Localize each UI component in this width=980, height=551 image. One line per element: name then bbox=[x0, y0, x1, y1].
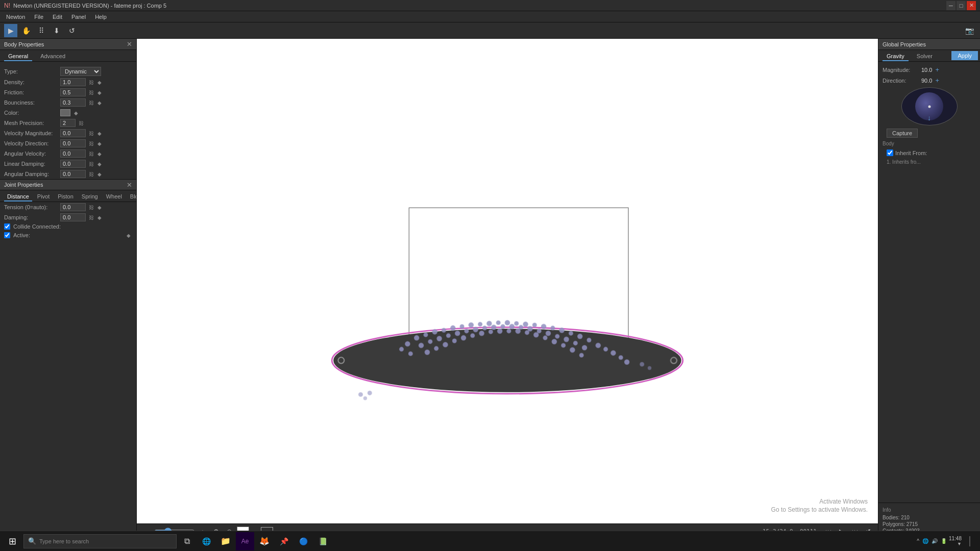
prop-bounciness-input[interactable] bbox=[60, 98, 86, 107]
menu-panel[interactable]: Panel bbox=[67, 13, 90, 21]
svg-point-15 bbox=[523, 321, 528, 327]
refresh-button[interactable]: ↺ bbox=[65, 24, 79, 37]
task-ae[interactable]: Ae bbox=[236, 532, 254, 550]
joint-tab-piston[interactable]: Piston bbox=[55, 192, 77, 202]
viewport-canvas[interactable]: Activate Windows Go to Settings to activ… bbox=[137, 39, 878, 523]
prop-vel-dir-link[interactable]: ⛓ bbox=[88, 140, 95, 147]
joint-tab-spring[interactable]: Spring bbox=[79, 192, 101, 202]
gravity-center-dot bbox=[928, 105, 930, 108]
prop-velocity-mag-input[interactable] bbox=[60, 129, 86, 137]
prop-density-link[interactable]: ⛓ bbox=[88, 79, 95, 86]
prop-lin-damp-link[interactable]: ⛓ bbox=[88, 160, 95, 167]
search-icon: 🔍 bbox=[28, 537, 36, 545]
prop-vel-mag-link[interactable]: ⛓ bbox=[88, 130, 95, 137]
prop-lin-damp-keyframe[interactable]: ◆ bbox=[96, 160, 103, 167]
show-desktop[interactable] bbox=[964, 532, 976, 550]
hand-tool-button[interactable]: ✋ bbox=[19, 24, 33, 37]
svg-point-51 bbox=[507, 329, 511, 333]
screenshot-button[interactable]: 📷 bbox=[963, 24, 976, 37]
solver-tab[interactable]: Solver bbox=[913, 52, 937, 61]
tab-general[interactable]: General bbox=[4, 52, 32, 61]
task-firefox[interactable]: 🦊 bbox=[255, 532, 274, 550]
menu-edit[interactable]: Edit bbox=[48, 13, 66, 21]
gravity-tab[interactable]: Gravity bbox=[883, 52, 909, 61]
menu-file[interactable]: File bbox=[30, 13, 47, 21]
joint-tension-link[interactable]: ⛓ bbox=[88, 204, 95, 211]
down-arrow-button[interactable]: ⬇ bbox=[50, 24, 63, 37]
prop-ang-damp-keyframe[interactable]: ◆ bbox=[96, 170, 103, 178]
prop-angular-vel-input[interactable] bbox=[60, 149, 86, 158]
task-app1[interactable]: 🔵 bbox=[294, 532, 312, 550]
task-task-view[interactable]: ⧉ bbox=[178, 532, 196, 550]
joint-tab-blob[interactable]: Blob bbox=[127, 192, 136, 202]
direction-plus[interactable]: + bbox=[935, 77, 939, 84]
menu-help[interactable]: Help bbox=[91, 13, 111, 21]
prop-ang-vel-keyframe[interactable]: ◆ bbox=[96, 150, 103, 157]
tray-arrow[interactable]: ^ bbox=[917, 538, 919, 544]
tray-network[interactable]: 🌐 bbox=[922, 538, 928, 544]
task-app2[interactable]: 📗 bbox=[313, 532, 332, 550]
joint-damping-input[interactable] bbox=[60, 213, 86, 221]
joint-tab-pivot[interactable]: Pivot bbox=[34, 192, 53, 202]
task-pin1[interactable]: 📌 bbox=[275, 532, 293, 550]
joint-active-row: Active: ◆ bbox=[0, 231, 136, 240]
grid-tool-button[interactable]: ⠿ bbox=[35, 24, 48, 37]
minimize-button[interactable]: ─ bbox=[946, 1, 955, 10]
joint-damping-link[interactable]: ⛓ bbox=[88, 214, 95, 221]
magnitude-plus[interactable]: + bbox=[935, 66, 939, 73]
task-clock[interactable]: 11:48 ▼ bbox=[949, 536, 962, 546]
start-button[interactable]: ⊞ bbox=[2, 532, 22, 550]
prop-velocity-dir-input[interactable] bbox=[60, 139, 86, 147]
prop-linear-damping-row: Linear Damping: ⛓ ◆ bbox=[0, 159, 136, 169]
svg-point-6 bbox=[442, 328, 446, 333]
svg-point-58 bbox=[570, 347, 575, 353]
menu-newton[interactable]: Newton bbox=[2, 13, 29, 21]
prop-linear-damping-input[interactable] bbox=[60, 160, 86, 168]
apply-button[interactable]: Apply bbox=[951, 51, 978, 60]
prop-density-keyframe[interactable]: ◆ bbox=[96, 79, 103, 86]
joint-properties-header: Joint Properties ✕ bbox=[0, 179, 136, 190]
joint-properties-close[interactable]: ✕ bbox=[127, 181, 132, 189]
tray-volume[interactable]: 🔊 bbox=[932, 538, 938, 544]
tab-advanced[interactable]: Advanced bbox=[36, 52, 69, 61]
joint-tab-wheel[interactable]: Wheel bbox=[103, 192, 125, 202]
inherit-checkbox[interactable] bbox=[887, 149, 893, 156]
svg-point-65 bbox=[610, 350, 616, 356]
prop-color-keyframe[interactable]: ◆ bbox=[72, 109, 80, 116]
joint-collide-checkbox[interactable] bbox=[4, 223, 10, 230]
prop-friction-input[interactable] bbox=[60, 88, 86, 96]
prop-type-select[interactable]: Dynamic Static Kinematic bbox=[60, 67, 101, 76]
maximize-button[interactable]: □ bbox=[957, 1, 966, 10]
prop-friction-link[interactable]: ⛓ bbox=[88, 89, 95, 96]
prop-vel-mag-keyframe[interactable]: ◆ bbox=[96, 130, 103, 137]
prop-mesh-precision-input[interactable] bbox=[60, 119, 76, 127]
joint-tab-distance[interactable]: Distance bbox=[4, 192, 32, 202]
select-tool-button[interactable]: ▶ bbox=[4, 24, 17, 37]
task-explorer[interactable]: 📁 bbox=[216, 532, 235, 550]
prop-bounciness-link[interactable]: ⛓ bbox=[88, 99, 95, 106]
prop-color-swatch[interactable] bbox=[60, 109, 70, 116]
close-button[interactable]: ✕ bbox=[967, 1, 976, 10]
prop-density-input[interactable] bbox=[60, 78, 86, 86]
capture-button[interactable]: Capture bbox=[887, 129, 918, 138]
prop-friction-keyframe[interactable]: ◆ bbox=[96, 89, 103, 96]
prop-bounciness-keyframe[interactable]: ◆ bbox=[96, 99, 103, 106]
joint-tension-keyframe[interactable]: ◆ bbox=[96, 204, 103, 211]
titlebar-controls: ─ □ ✕ bbox=[946, 1, 976, 10]
joint-active-keyframe[interactable]: ◆ bbox=[125, 232, 132, 239]
svg-point-33 bbox=[509, 324, 514, 329]
body-properties-close[interactable]: ✕ bbox=[127, 40, 132, 48]
prop-vel-dir-keyframe[interactable]: ◆ bbox=[96, 140, 103, 147]
joint-tension-input[interactable] bbox=[60, 203, 86, 211]
prop-ang-damp-link[interactable]: ⛓ bbox=[88, 170, 95, 178]
joint-active-checkbox[interactable] bbox=[4, 232, 10, 238]
prop-mesh-link[interactable]: ⛓ bbox=[78, 119, 85, 127]
tray-battery[interactable]: 🔋 bbox=[941, 538, 947, 544]
joint-damping-keyframe[interactable]: ◆ bbox=[96, 214, 103, 221]
task-browser[interactable]: 🌐 bbox=[197, 532, 215, 550]
prop-angular-vel-label: Angular Velocity: bbox=[4, 151, 60, 157]
taskbar-search[interactable]: 🔍 Type here to search bbox=[23, 534, 177, 548]
prop-ang-vel-link[interactable]: ⛓ bbox=[88, 150, 95, 157]
prop-velocity-dir-row: Velocity Direction: ⛓ ◆ bbox=[0, 138, 136, 148]
prop-angular-damping-input[interactable] bbox=[60, 170, 86, 178]
